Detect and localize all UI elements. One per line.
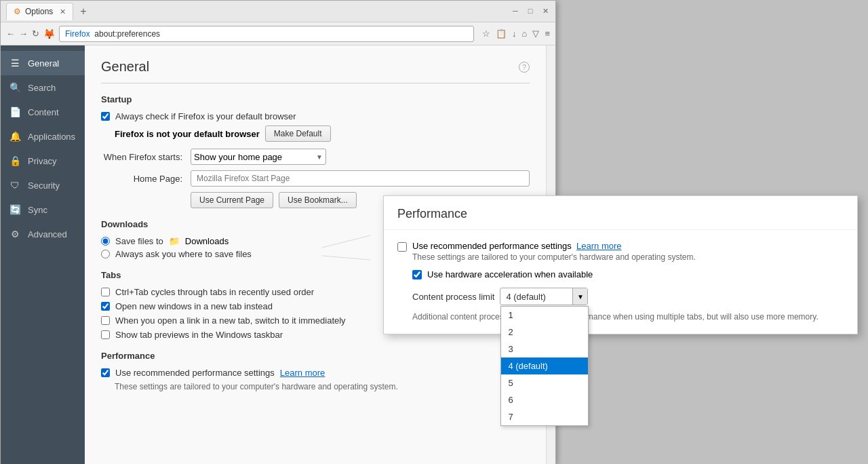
save-files-radio[interactable]	[101, 237, 110, 246]
privacy-icon: 🔒	[9, 155, 21, 166]
not-default-msg: Firefox is not your default browser	[115, 129, 260, 139]
sidebar-item-general[interactable]: ☰ General	[1, 51, 85, 75]
sidebar-item-applications[interactable]: 🔔 Applications	[1, 124, 85, 149]
url-text: Firefox about:preferences	[65, 29, 160, 39]
tab-checkbox-3[interactable]	[101, 316, 110, 325]
url-path: preferences	[117, 29, 160, 39]
security-icon: 🛡	[9, 180, 21, 191]
perf-learn-more-link[interactable]: Learn more	[576, 241, 621, 251]
download-icon[interactable]: ↓	[512, 28, 517, 39]
new-tab-button[interactable]: +	[80, 5, 86, 18]
minimize-button[interactable]: ─	[511, 7, 520, 16]
search-icon: 🔍	[9, 82, 21, 93]
maximize-button[interactable]: □	[526, 7, 535, 16]
perf-recommended-row: Use recommended performance settings Lea…	[397, 241, 844, 262]
process-select-arrow: ▼	[572, 288, 587, 305]
url-protocol: about:	[94, 29, 117, 39]
tab-title: Options	[25, 7, 53, 16]
default-browser-label: Always check if Firefox is your default …	[115, 111, 296, 121]
perf-recommended-checkbox[interactable]	[397, 242, 407, 252]
not-default-row: Firefox is not your default browser Make…	[115, 125, 530, 142]
tab-close-button[interactable]: ✕	[60, 7, 66, 16]
sidebar: ☰ General 🔍 Search 📄 Content 🔔 Applicati…	[1, 45, 85, 464]
sidebar-item-search[interactable]: 🔍 Search	[1, 75, 85, 100]
performance-subtext: These settings are tailored to your comp…	[115, 382, 530, 391]
dropdown-option-2[interactable]: 2	[501, 324, 588, 341]
page-title: General	[101, 59, 149, 75]
sidebar-item-privacy[interactable]: 🔒 Privacy	[1, 149, 85, 173]
perf-recommended-text: Use recommended performance settings Lea…	[412, 241, 696, 251]
use-recommended-row: Use recommended performance settings Lea…	[101, 368, 530, 378]
performance-panel-body: Use recommended performance settings Lea…	[384, 230, 857, 334]
dropdown-option-6[interactable]: 6	[501, 391, 588, 408]
save-files-label: Save files to	[115, 236, 163, 246]
hamburger-icon[interactable]: ≡	[545, 28, 550, 39]
url-bar[interactable]: Firefox about:preferences	[59, 26, 474, 42]
tab-icon: ⚙	[14, 7, 21, 16]
home-page-input[interactable]	[191, 170, 530, 187]
perf-hw-checkbox[interactable]	[412, 270, 422, 279]
always-ask-radio[interactable]	[101, 250, 110, 258]
make-default-button[interactable]: Make Default	[265, 125, 331, 142]
dropdown-option-4-default[interactable]: 4 (default)	[501, 357, 588, 374]
process-limit-label: Content process limit	[412, 292, 494, 302]
always-ask-label: Always ask you where to save files	[115, 249, 252, 259]
perf-note: Additional content processes can improve…	[412, 311, 844, 323]
sidebar-label-content: Content	[28, 107, 59, 117]
default-browser-row: Always check if Firefox is your default …	[101, 111, 530, 121]
when-starts-select[interactable]: Show your home page ▼	[191, 149, 326, 165]
home-page-row: Home Page:	[101, 170, 530, 187]
bookmark-icon[interactable]: ☆	[482, 28, 490, 39]
use-current-page-button[interactable]: Use Current Page	[191, 192, 273, 208]
use-recommended-checkbox[interactable]	[101, 368, 110, 377]
close-button[interactable]: ✕	[540, 7, 550, 16]
applications-icon: 🔔	[9, 131, 21, 142]
reload-button[interactable]: ↻	[32, 28, 39, 39]
home-icon[interactable]: ⌂	[522, 28, 528, 39]
forward-button[interactable]: →	[19, 28, 28, 39]
browser-tab[interactable]: ⚙ Options ✕	[6, 3, 73, 20]
use-recommended-label: Use recommended performance settings	[115, 368, 275, 378]
process-limit-select[interactable]: 4 (default) ▼ 1 2 3 4 (default) 5 6 7	[500, 288, 588, 305]
sidebar-label-general: General	[28, 58, 59, 69]
perf-subtext: These settings are tailored to your comp…	[412, 252, 696, 262]
sidebar-label-advanced: Advanced	[28, 229, 67, 239]
tab-checkbox-2[interactable]	[101, 302, 110, 311]
title-divider	[101, 83, 530, 83]
help-icon[interactable]: ?	[519, 62, 530, 73]
navigation-bar: ← → ↻ 🦊 Firefox about:preferences ☆ 📋 ↓ …	[1, 22, 555, 45]
sidebar-item-advanced[interactable]: ⚙ Advanced	[1, 222, 85, 246]
general-icon: ☰	[9, 58, 21, 69]
performance-panel: Performance Use recommended performance …	[383, 195, 858, 334]
sidebar-item-content[interactable]: 📄 Content	[1, 100, 85, 124]
reading-list-icon[interactable]: 📋	[496, 28, 507, 39]
folder-icon: 📁	[169, 236, 180, 246]
dropdown-option-7[interactable]: 7	[501, 408, 588, 425]
startup-heading: Startup	[101, 94, 530, 104]
performance-panel-title: Performance	[384, 196, 857, 230]
content-icon: 📄	[9, 107, 21, 117]
performance-heading: Performance	[101, 351, 530, 361]
learn-more-link[interactable]: Learn more	[280, 368, 325, 378]
tab-checkbox-1[interactable]	[101, 288, 110, 296]
when-starts-value: Show your home page	[194, 152, 282, 162]
default-browser-checkbox[interactable]	[101, 112, 110, 121]
pocket-icon[interactable]: ▽	[532, 28, 539, 39]
process-limit-value: 4 (default)	[500, 292, 572, 302]
back-button[interactable]: ←	[6, 28, 15, 39]
tab-label-2: Open new windows in a new tab instead	[115, 301, 273, 311]
dropdown-option-3[interactable]: 3	[501, 341, 588, 357]
tab-checkbox-4[interactable]	[101, 330, 110, 339]
advanced-icon: ⚙	[9, 229, 21, 239]
when-starts-arrow: ▼	[316, 153, 323, 161]
tab-label-4: Show tab previews in the Windows taskbar	[115, 330, 283, 340]
dropdown-option-1[interactable]: 1	[501, 307, 588, 324]
home-page-label: Home Page:	[101, 174, 182, 184]
nav-icons: ☆ 📋 ↓ ⌂ ▽ ≡	[482, 28, 550, 39]
use-bookmark-button[interactable]: Use Bookmark...	[279, 192, 357, 208]
process-limit-row: Content process limit 4 (default) ▼ 1 2 …	[412, 288, 844, 305]
sidebar-item-sync[interactable]: 🔄 Sync	[1, 197, 85, 222]
sidebar-label-sync: Sync	[28, 205, 47, 215]
sidebar-item-security[interactable]: 🛡 Security	[1, 173, 85, 197]
dropdown-option-5[interactable]: 5	[501, 374, 588, 391]
